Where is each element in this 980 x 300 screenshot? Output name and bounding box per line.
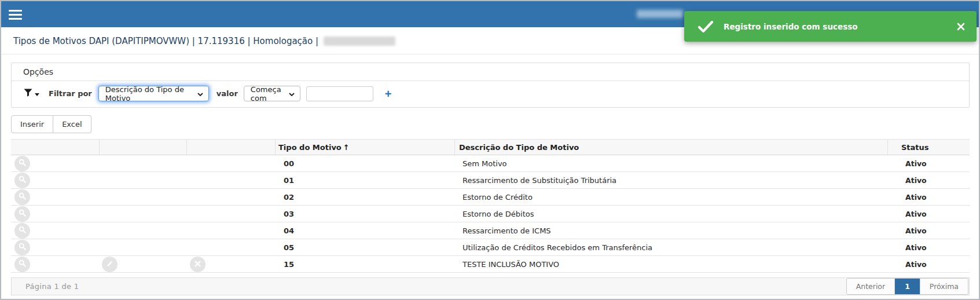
column-header-status-label: Status: [901, 143, 929, 152]
table-row: 02 Estorno de Crédito Ativo: [11, 189, 970, 206]
options-panel: Opções Filtrar por Descrição do Tipo de …: [11, 63, 970, 108]
row-tipo: 05: [276, 243, 455, 252]
column-header-status[interactable]: Status: [888, 140, 970, 155]
filter-menu-button[interactable]: [24, 89, 39, 99]
table-header-row: Tipo do Motivo ↑ Descrição do Tipo de Mo…: [11, 139, 970, 155]
filter-field-select[interactable]: Descrição do Tipo de Motivo: [98, 86, 209, 101]
magnifier-icon: [19, 209, 26, 218]
view-row-button[interactable]: [14, 240, 30, 255]
insert-button[interactable]: Inserir: [11, 115, 53, 133]
column-header-tipo[interactable]: Tipo do Motivo ↑: [276, 140, 455, 155]
view-row-button[interactable]: [14, 206, 30, 222]
magnifier-icon: [19, 226, 26, 235]
pencil-icon: [107, 260, 113, 269]
page-info: Página 1 de 1: [25, 282, 79, 291]
row-status: Ativo: [888, 226, 970, 235]
redacted-environment-info: [324, 36, 395, 46]
current-page-button[interactable]: 1: [894, 279, 920, 294]
row-status: Ativo: [888, 243, 970, 252]
hamburger-menu-icon[interactable]: [9, 10, 23, 22]
filter-row: Filtrar por Descrição do Tipo de Motivo …: [12, 81, 969, 107]
header-actions-3: [187, 140, 276, 155]
excel-button[interactable]: Excel: [53, 115, 91, 133]
select-chevron-icon: [197, 89, 203, 98]
value-label: valor: [216, 89, 238, 98]
row-descricao: TESTE INCLUSÃO MOTIVO: [455, 260, 888, 269]
magnifier-icon: [19, 243, 26, 252]
row-tipo: 04: [276, 226, 455, 235]
filter-by-label: Filtrar por: [49, 89, 92, 98]
row-descricao: Utilização de Créditos Recebidos em Tran…: [455, 243, 888, 252]
select-chevron-icon: [289, 89, 295, 98]
chevron-down-icon: [35, 89, 39, 98]
redacted-user-info: [637, 10, 683, 18]
table-row: 01 Ressarcimento de Substituição Tributá…: [11, 172, 970, 189]
table-row: 04 Ressarcimento de ICMS Ativo: [11, 222, 970, 239]
row-descricao: Ressarcimento de ICMS: [455, 226, 888, 235]
view-row-button[interactable]: [14, 173, 30, 188]
toast-message: Registro inserido com sucesso: [724, 22, 858, 31]
view-row-button[interactable]: [14, 257, 30, 272]
row-status: Ativo: [888, 210, 970, 218]
magnifier-icon: [19, 259, 26, 269]
table-row: 03 Estorno de Débitos Ativo: [11, 206, 970, 222]
magnifier-icon: [19, 175, 26, 185]
filter-operator-select[interactable]: Começa com: [244, 86, 300, 101]
row-status: Ativo: [888, 260, 970, 269]
column-header-tipo-label: Tipo do Motivo: [278, 143, 342, 152]
checkmark-icon: [698, 21, 713, 32]
row-tipo: 01: [276, 176, 455, 185]
table-footer: Página 1 de 1 Anterior 1 Próxima: [11, 277, 970, 295]
column-header-descricao-label: Descrição do Tipo de Motivo: [459, 143, 579, 152]
success-toast: Registro inserido com sucesso: [684, 11, 977, 42]
magnifier-icon: [19, 159, 26, 168]
table-row: 15 TESTE INCLUSÃO MOTIVO Ativo: [11, 256, 970, 273]
filter-field-selected-value: Descrição do Tipo de Motivo: [105, 85, 197, 103]
row-descricao: Sem Motivo: [455, 159, 888, 168]
row-status: Ativo: [888, 193, 970, 202]
x-icon: [194, 260, 201, 269]
edit-row-button[interactable]: [102, 257, 118, 272]
filter-operator-selected-value: Começa com: [251, 85, 289, 103]
next-page-button[interactable]: Próxima: [920, 279, 968, 294]
row-tipo: 15: [276, 260, 455, 269]
filter-value-input[interactable]: [306, 86, 373, 101]
previous-page-button[interactable]: Anterior: [847, 279, 894, 294]
close-icon[interactable]: [957, 23, 965, 31]
table-body: 00 Sem Motivo Ativo 01: [11, 155, 970, 273]
motives-table: Tipo do Motivo ↑ Descrição do Tipo de Mo…: [11, 139, 970, 273]
view-row-button[interactable]: [14, 189, 30, 205]
row-descricao: Estorno de Crédito: [455, 193, 888, 202]
page-title: Tipos de Motivos DAPI (DAPITIPMOVWW) | 1…: [13, 36, 318, 46]
app-window: Registro inserido com sucesso Tipos de M…: [0, 0, 980, 300]
row-tipo: 03: [276, 210, 455, 218]
funnel-icon: [24, 89, 32, 99]
magnifier-icon: [19, 192, 26, 202]
table-row: 00 Sem Motivo Ativo: [11, 155, 970, 172]
pagination: Anterior 1 Próxima: [846, 278, 968, 295]
row-descricao: Ressarcimento de Substituição Tributária: [455, 176, 888, 185]
row-status: Ativo: [888, 176, 970, 185]
row-descricao: Estorno de Débitos: [455, 210, 888, 218]
add-filter-button[interactable]: +: [383, 88, 394, 100]
row-tipo: 00: [276, 159, 455, 168]
row-tipo: 02: [276, 193, 455, 202]
view-row-button[interactable]: [14, 156, 30, 171]
view-row-button[interactable]: [14, 223, 30, 239]
header-actions-2: [100, 140, 187, 155]
header-actions-1: [11, 140, 100, 155]
options-panel-title: Opções: [12, 63, 969, 81]
column-header-descricao[interactable]: Descrição do Tipo de Motivo: [455, 140, 888, 155]
sort-ascending-icon: ↑: [343, 143, 350, 152]
row-status: Ativo: [888, 159, 970, 168]
toolbar: Inserir Excel: [11, 115, 91, 133]
table-row: 05 Utilização de Créditos Recebidos em T…: [11, 239, 970, 256]
delete-row-button[interactable]: [190, 257, 205, 272]
